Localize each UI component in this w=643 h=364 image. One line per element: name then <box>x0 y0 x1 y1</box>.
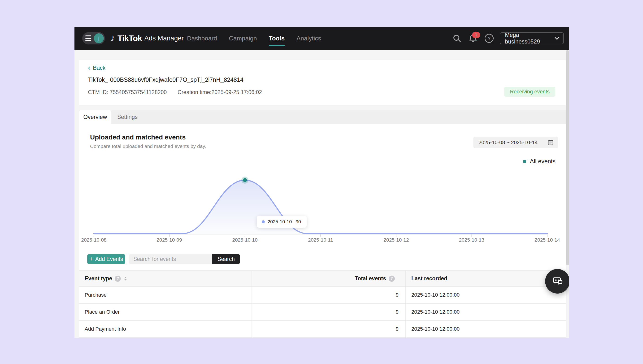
cell-last-recorded: 2025-10-10 12:00:00 <box>406 321 566 337</box>
nav-tools[interactable]: Tools <box>269 27 284 50</box>
hamburger-icon <box>85 36 91 41</box>
date-range-picker[interactable]: 2025-10-08 ~ 2025-10-14 <box>473 136 558 148</box>
notification-badge: 1 <box>472 32 480 38</box>
app-window: j ♪ TikTok Ads Manager Dashboard Campaig… <box>74 27 569 338</box>
tooltip-dot-icon <box>262 220 265 223</box>
account-selector[interactable]: Mega business0529 <box>500 32 564 44</box>
event-type-help-icon[interactable]: ? <box>115 276 121 282</box>
avatar[interactable]: j <box>94 33 104 43</box>
feedback-chat-button[interactable] <box>545 269 569 294</box>
top-navigation-bar: j ♪ TikTok Ads Manager Dashboard Campaig… <box>74 27 569 50</box>
chart-title: Uploaded and matched events <box>90 134 186 141</box>
cell-event-type: Add Payment Info <box>79 321 252 337</box>
events-table: Event type ? Total events ? Last recorde… <box>79 270 566 338</box>
tooltip-value: 90 <box>296 219 301 224</box>
main-menu-button[interactable]: j <box>82 32 105 44</box>
chart-tooltip: 2025-10-10 90 <box>257 216 306 228</box>
table-row: Add Payment Info 9 2025-10-10 12:00:00 <box>79 321 566 338</box>
back-label: Back <box>93 64 106 71</box>
highlight-marker <box>243 178 247 182</box>
brand-logo: ♪ TikTok Ads Manager <box>110 27 184 50</box>
sort-icon[interactable] <box>124 276 128 281</box>
plus-icon: + <box>90 256 93 262</box>
tab-bar: Overview Settings <box>79 110 566 124</box>
x-axis-label: 2025-10-11 <box>308 237 333 243</box>
chat-bubbles-icon <box>552 275 563 287</box>
x-axis-label: 2025-10-08 <box>81 237 106 243</box>
cell-last-recorded: 2025-10-10 12:00:00 <box>406 304 566 320</box>
nav-analytics[interactable]: Analytics <box>296 27 321 50</box>
tiktok-note-icon: ♪ <box>110 33 115 42</box>
tab-overview[interactable]: Overview <box>79 110 111 124</box>
event-meta: CTM ID: 7554057537541128200 Creation tim… <box>88 89 262 96</box>
cell-event-type: Place an Order <box>79 304 252 320</box>
cell-last-recorded: 2025-10-10 12:00:00 <box>406 287 566 303</box>
search-input[interactable] <box>129 254 212 264</box>
cell-total-events: 9 <box>252 287 406 303</box>
table-row: Purchase 9 2025-10-10 12:00:00 <box>79 287 566 304</box>
main-nav: Dashboard Campaign Tools Analytics <box>187 27 321 50</box>
event-info-card: ‹ Back TikTok_-000BS88u6vf0Fxqjwafe0F7O_… <box>79 60 566 105</box>
tab-settings[interactable]: Settings <box>114 110 140 124</box>
help-icon: ? <box>484 34 494 43</box>
axis-ticks <box>94 234 547 236</box>
calendar-icon <box>547 139 554 146</box>
back-chevron-icon: ‹ <box>88 64 90 71</box>
overview-panel: Uploaded and matched events Compare tota… <box>79 124 566 338</box>
x-axis-label: 2025-10-14 <box>534 237 560 243</box>
x-axis-label: 2025-10-12 <box>384 237 409 243</box>
nav-dashboard[interactable]: Dashboard <box>187 27 217 50</box>
tooltip-date: 2025-10-10 <box>268 219 292 224</box>
cell-total-events: 9 <box>252 304 406 320</box>
search-icon <box>452 34 462 43</box>
creation-time: Creation time:2025-09-25 17:06:02 <box>178 89 262 96</box>
add-events-button[interactable]: + Add Events <box>87 254 125 264</box>
vertical-scrollbar[interactable] <box>566 50 569 265</box>
account-name: Mega business0529 <box>505 32 554 45</box>
x-axis-label: 2025-10-13 <box>459 237 484 243</box>
add-events-label: Add Events <box>95 256 123 262</box>
status-badge: Receiving events <box>504 87 555 97</box>
series-line <box>94 180 547 234</box>
topbar-actions: 1 ? <box>452 27 494 50</box>
brand-name: TikTok <box>118 34 142 43</box>
back-link[interactable]: ‹ Back <box>88 64 106 71</box>
header-event-type: Event type ? <box>79 271 252 286</box>
search-submit-button[interactable]: Search <box>212 254 240 264</box>
table-row: Place an Order 9 2025-10-10 12:00:00 <box>79 304 566 321</box>
nav-campaign[interactable]: Campaign <box>229 27 257 50</box>
chevron-down-icon <box>554 35 560 42</box>
cell-last-recorded <box>406 338 566 338</box>
help-button[interactable]: ? <box>484 34 494 43</box>
events-area-chart <box>79 154 566 246</box>
ctm-id: CTM ID: 7554057537541128200 <box>88 89 167 96</box>
cell-event-type: Purchase <box>79 287 252 303</box>
header-last-recorded: Last recorded <box>406 271 566 286</box>
cell-total-events: 9 <box>252 321 406 337</box>
x-axis-label: 2025-10-10 <box>232 237 258 243</box>
table-row-partial <box>79 338 566 338</box>
total-events-help-icon[interactable]: ? <box>389 276 395 282</box>
page-title: TikTok_-000BS88u6vf0Fxqjwafe0F7O_spTj_2i… <box>88 76 244 83</box>
x-axis-label: 2025-10-09 <box>156 237 182 243</box>
desktop-background: j ♪ TikTok Ads Manager Dashboard Campaig… <box>0 0 643 364</box>
brand-suffix: Ads Manager <box>144 34 184 42</box>
header-last-recorded-label: Last recorded <box>411 275 447 282</box>
table-header-row: Event type ? Total events ? Last recorde… <box>79 270 566 287</box>
header-event-type-label: Event type <box>85 275 112 282</box>
date-range-value: 2025-10-08 ~ 2025-10-14 <box>478 140 547 146</box>
notifications-button[interactable]: 1 <box>468 34 478 43</box>
search-button[interactable] <box>452 34 462 43</box>
cell-total-events <box>252 338 406 338</box>
chart-subtitle: Compare total uploaded and matched event… <box>90 144 206 149</box>
header-total-events: Total events ? <box>252 271 406 286</box>
header-total-events-label: Total events <box>355 275 386 282</box>
cell-event-type <box>79 338 252 338</box>
